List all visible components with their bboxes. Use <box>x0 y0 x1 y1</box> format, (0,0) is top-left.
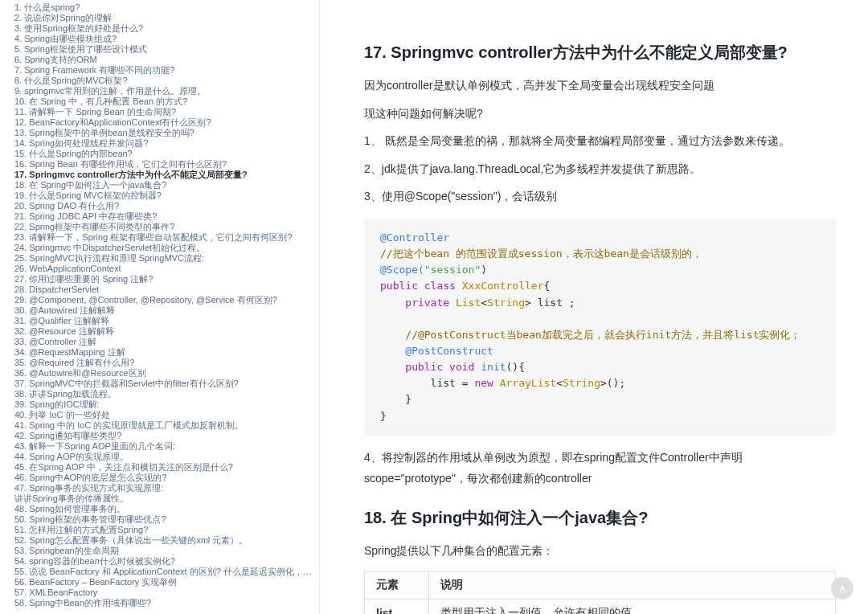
table-row: list 类型用于注入一列值，允许有相同的值。 <box>365 600 836 614</box>
toc-item[interactable]: 3. 使用Spring框架的好处是什么? <box>14 23 319 34</box>
toc-item[interactable]: 29. @Component, @Controller, @Repository… <box>14 295 319 305</box>
list-item: 3、使用@Scope("session")，会话级别 <box>364 186 836 207</box>
toc-item[interactable]: 4. Spring由哪些模块组成? <box>14 34 319 44</box>
toc-item[interactable]: 47. Spring事务的实现方式和实现原理: <box>14 483 319 493</box>
toc-item[interactable]: 48. Spring如何管理事务的。 <box>14 504 319 514</box>
section-17-title: 17. Springmvc controller方法中为什么不能定义局部变量? <box>364 42 836 63</box>
collection-table: 元素 说明 list 类型用于注入一列值，允许有相同的值。 set 类型用于注入… <box>364 571 836 614</box>
toc-item[interactable]: 1. 什么是spring? <box>14 2 319 13</box>
toc-item[interactable]: 52. Spring怎么配置事务（具体说出一些关键的xml 元素）。 <box>14 535 319 546</box>
toc-item[interactable]: 17. Springmvc controller方法中为什么不能定义局部变量? <box>14 170 319 180</box>
toc-item[interactable]: 8. 什么是Spring的MVC框架? <box>14 76 319 86</box>
toc-item[interactable]: 38. 讲讲Spring加载流程。 <box>14 389 319 399</box>
section-18-title: 18. 在 Spring中如何注入一个java集合? <box>364 507 836 529</box>
toc-item[interactable]: 39. Spring的IOC理解: <box>14 399 319 410</box>
toc-item[interactable]: 45. 在Spring AOP 中，关注点和横切关注的区别是什么? <box>14 462 319 473</box>
list-item: 1、 既然是全局变量惹的祸，那就将全局变量都编程局部变量，通过方法参数来传递。 <box>364 130 836 152</box>
list-item: 4、将控制器的作用域从单例改为原型，即在spring配置文件Controller… <box>364 447 836 489</box>
toc-item[interactable]: 2. 说说你对Spring的理解 <box>14 13 319 23</box>
toc-item[interactable]: 46. Spring中AOP的底层是怎么实现的? <box>14 473 319 483</box>
toc-item[interactable]: 16. Spring Bean 有哪些作用域，它们之间有什么区别? <box>14 159 319 170</box>
toc-item[interactable]: 55. 说说 BeanFactory 和 ApplicationContext … <box>14 567 319 577</box>
toc-item[interactable]: 9. springmvc常用到的注解，作用是什么。原理。 <box>14 86 319 96</box>
toc-item[interactable]: 44. Spring AOP的实现原理。 <box>14 452 319 462</box>
paragraph: Spring提供以下几种集合的配置元素： <box>364 540 836 562</box>
toc-item[interactable]: 14. Spring如何处理线程并发问题? <box>14 138 319 149</box>
toc-item[interactable]: 57. XMLBeanFactory <box>14 587 319 598</box>
toc-item[interactable]: 36. @Autowire和@Resource区别 <box>14 368 319 379</box>
toc-item[interactable]: 33. @Controller 注解 <box>14 337 319 347</box>
toc-item[interactable]: 42. Spring通知有哪些类型? <box>14 431 319 441</box>
table-header: 元素 <box>365 571 429 600</box>
toc-item[interactable]: 6. Spring支持的ORM <box>14 55 319 65</box>
toc-item[interactable]: 讲讲Spring事务的传播属性。 <box>14 493 319 504</box>
toc-item[interactable]: 54. spring容器的bean什么时候被实例化? <box>14 556 319 567</box>
toc-item[interactable]: 35. @Required 注解有什么用? <box>14 358 319 368</box>
chevron-up-icon: ∧ <box>838 582 846 595</box>
toc-item[interactable]: 50. Spring框架的事务管理有哪些优点? <box>14 514 319 525</box>
toc-item[interactable]: 32. @Resource 注解解释 <box>14 326 319 337</box>
toc-item[interactable]: 20. Spring DAO 有什么用? <box>14 201 319 211</box>
toc-item[interactable]: 53. Springbean的生命周期 <box>14 546 319 556</box>
toc-item[interactable]: 31. @Qualifier 注解解释 <box>14 316 319 326</box>
toc-item[interactable]: 18. 在 Spring中如何注入一个java集合? <box>14 180 319 190</box>
toc-item[interactable]: 5. Spring框架使用了哪些设计模式 <box>14 44 319 55</box>
toc-item[interactable]: 13. Spring框架中的单例bean是线程安全的吗? <box>14 128 319 138</box>
toc-item[interactable]: 40. 列举 IoC 的一些好处 <box>14 410 319 420</box>
table-header: 说明 <box>429 571 836 600</box>
toc-item[interactable]: 7. Spring Framework 有哪些不同的功能? <box>14 65 319 76</box>
code-block: @Controller //把这个bean 的范围设置成session，表示这b… <box>364 219 836 436</box>
toc-item[interactable]: 25. SpringMVC执行流程和原理 SpringMVC流程: <box>14 253 319 264</box>
table-of-contents: 1. 什么是spring?2. 说说你对Spring的理解3. 使用Spring… <box>0 0 320 614</box>
toc-item[interactable]: 41. Spring 中的 IoC 的实现原理就是工厂模式加反射机制。 <box>14 420 319 431</box>
paragraph: 因为controller是默认单例模式，高并发下全局变量会出现线程安全问题 <box>364 75 836 96</box>
toc-item[interactable]: 15. 什么是Spring的内部bean? <box>14 149 319 159</box>
toc-item[interactable]: 24. Springmvc 中DispatcherServlet初始化过程。 <box>14 243 319 253</box>
toc-item[interactable]: 11. 请解释一下 Spring Bean 的生命周期? <box>14 107 319 117</box>
toc-item[interactable]: 21. Spring JDBC API 中存在哪些类? <box>14 211 319 222</box>
toc-item[interactable]: 19. 什么是Spring MVC框架的控制器? <box>14 190 319 201</box>
toc-item[interactable]: 26. WebApplicationContext <box>14 264 319 274</box>
toc-item[interactable]: 56. BeanFactory – BeanFactory 实现举例 <box>14 577 319 587</box>
toc-item[interactable]: 28. DispatcherServlet <box>14 284 319 295</box>
list-item: 2、jdk提供了java.lang.ThreadLocal,它为多线程并发提供了… <box>364 158 836 180</box>
toc-item[interactable]: 43. 解释一下Spring AOP里面的几个名词: <box>14 441 319 452</box>
toc-item[interactable]: 37. SpringMVC中的拦截器和Servlet中的filter有什么区别? <box>14 379 319 389</box>
paragraph: 现这种问题如何解决呢? <box>364 103 836 125</box>
toc-item[interactable]: 30. @Autowired 注解解释 <box>14 305 319 316</box>
toc-item[interactable]: 12. BeanFactory和ApplicationContext有什么区别? <box>14 117 319 128</box>
scroll-to-top-button[interactable]: ∧ <box>831 577 854 600</box>
toc-item[interactable]: 51. 怎样用注解的方式配置Spring? <box>14 525 319 535</box>
toc-item[interactable]: 22. Spring框架中有哪些不同类型的事件? <box>14 222 319 232</box>
toc-item[interactable]: 10. 在 Spring 中，有几种配置 Bean 的方式? <box>14 96 319 107</box>
toc-item[interactable]: 23. 请解释一下，Spring 框架有哪些自动装配模式，它们之间有何区别? <box>14 232 319 243</box>
article-content: 17. Springmvc controller方法中为什么不能定义局部变量? … <box>320 0 868 614</box>
toc-item[interactable]: 34. @RequestMapping 注解 <box>14 347 319 358</box>
toc-item[interactable]: 58. Spring中Bean的作用域有哪些? <box>14 598 319 608</box>
toc-item[interactable]: 27. 你用过哪些重要的 Spring 注解? <box>14 274 319 284</box>
